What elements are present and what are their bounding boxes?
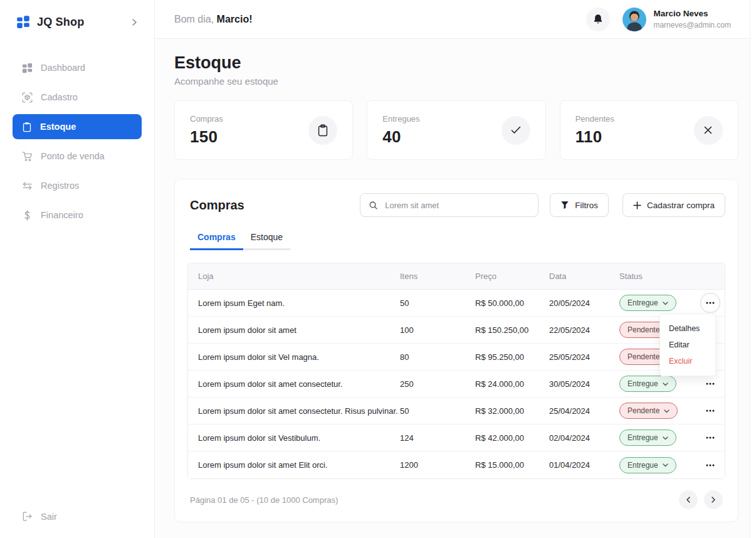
clipboard-icon [308,116,337,145]
status-badge[interactable]: Pendente [619,403,678,419]
content: Estoque Acompanhe seu estoque Compras 15… [155,39,756,538]
cell-loja: Lorem ipsum dolor sit amet consectetur. … [188,406,400,416]
cell-status: Entregue [619,376,696,392]
cell-loja: Lorem ipsum dolor sit Vel magna. [188,352,400,362]
pagination-info: Página 01 de 05 - (10 de 1000 Compras) [190,495,338,505]
user-name: Marcio Neves [653,9,731,19]
topbar: Bom dia, Marcio! [155,0,756,39]
status-label: Entregue [627,461,658,470]
logout-icon [22,511,33,522]
menu-item-excluir[interactable]: Excluir [660,353,715,369]
pagination-next-button[interactable] [704,490,723,509]
more-options-icon [706,409,715,412]
pagination: Página 01 de 05 - (10 de 1000 Compras) [187,490,725,509]
app-logo-icon [16,15,30,29]
cell-data: 25/05/2024 [549,352,619,362]
page-title: Estoque [174,53,738,73]
cell-preco: R$ 15.000,00 [475,460,549,470]
search-box [360,193,538,217]
status-badge[interactable]: Entregue [619,295,676,311]
stat-value: 40 [382,127,419,147]
status-badge[interactable]: Entregue [619,376,676,392]
chevron-right-icon [711,497,715,503]
menu-item-editar[interactable]: Editar [660,337,715,353]
avatar [622,8,646,31]
cell-preco: R$ 32.000,00 [475,406,549,416]
table-header: Loja Itens Preço Data Status [188,263,725,290]
tab-compras[interactable]: Compras [190,232,243,250]
cell-loja: Lorem ipsum dolor sit amet Elit orci. [188,460,400,470]
column-header-loja: Loja [188,272,400,281]
sidebar-item-label: Financeiro [41,210,83,220]
search-icon [369,201,378,210]
greeting: Bom dia, Marcio! [174,14,253,25]
stat-card-compras: Compras 150 [174,100,353,160]
add-compra-button[interactable]: Cadastrar compra [622,193,725,217]
cell-data: 20/05/2024 [549,298,619,308]
row-actions-button[interactable] [700,374,720,394]
chevron-down-icon [663,382,668,386]
filters-button[interactable]: Filtros [550,193,609,217]
column-header-itens: Itens [400,272,475,281]
sidebar-item-registros[interactable]: Registros [13,173,142,198]
cell-data: 22/05/2024 [549,325,619,335]
sidebar-item-label: Cadastro [41,92,78,102]
greeting-name: Marcio! [217,14,253,24]
stat-value: 110 [575,127,614,147]
transfer-arrows-icon [22,181,33,191]
search-input[interactable] [384,200,530,211]
status-label: Pendente [627,352,659,361]
tabs: Compras Estoque [187,232,725,250]
column-header-status: Status [619,272,696,281]
tab-estoque[interactable]: Estoque [243,232,290,250]
cell-preco: R$ 95.250,00 [475,352,549,362]
filter-icon [560,201,569,209]
cell-loja: Lorem ipsum dolor sit amet [188,325,400,335]
stat-value: 150 [190,127,223,147]
user-menu[interactable]: Marcio Neves marneves@admin.com [622,8,731,31]
status-badge[interactable]: Entregue [619,430,676,446]
table-body: Lorem ipsum Eget nam. 50 R$ 50.000,00 20… [188,290,725,478]
logout-button[interactable]: Sair [0,511,154,522]
stat-card-pendentes: Pendentes 110 [560,100,738,160]
sidebar-item-ponto-de-venda[interactable]: Ponto de venda [13,144,142,169]
cell-itens: 250 [400,379,475,389]
sidebar-item-cadastro[interactable]: Cadastro [13,85,142,110]
logo: JQ Shop [0,15,154,29]
row-actions-button[interactable] [700,428,720,448]
sidebar-item-dashboard[interactable]: Dashboard [13,55,142,80]
row-actions-button[interactable] [700,455,720,475]
cube-scan-icon [22,92,33,103]
cell-itens: 100 [400,325,475,335]
status-label: Entregue [627,298,658,307]
sidebar-collapse-button[interactable] [131,19,138,26]
cell-data: 02/04/2024 [549,433,619,443]
cell-itens: 1200 [400,460,475,470]
sidebar-item-label: Dashboard [41,63,85,73]
notifications-button[interactable] [586,8,610,31]
sidebar-item-financeiro[interactable]: Financeiro [13,203,142,228]
sidebar-item-estoque[interactable]: Estoque [13,114,142,139]
pagination-prev-button[interactable] [679,490,698,509]
cell-loja: Lorem ipsum Eget nam. [188,298,400,308]
row-actions-button[interactable] [700,401,720,421]
more-options-icon [706,302,715,304]
check-icon [501,116,530,145]
user-email: marneves@admin.com [653,21,731,29]
status-badge[interactable]: Entregue [619,457,676,473]
cell-itens: 80 [400,352,475,362]
sidebar-item-label: Registros [41,181,79,191]
row-actions-button[interactable] [700,293,720,313]
cell-status: Pendente [619,403,696,419]
compras-table: Loja Itens Preço Data Status Lorem ipsum… [187,263,725,479]
app-name: JQ Shop [37,16,84,29]
status-label: Pendente [627,406,659,415]
menu-item-detalhes[interactable]: Detalhes [660,320,715,337]
chevron-down-icon [663,463,668,467]
sidebar-nav: Dashboard Cadastro [0,55,154,228]
status-label: Entregue [627,433,658,442]
chevron-down-icon [663,302,668,305]
x-icon [694,116,723,145]
scrollbar-track[interactable] [750,0,756,538]
stat-cards: Compras 150 Entregues 40 [174,100,738,160]
